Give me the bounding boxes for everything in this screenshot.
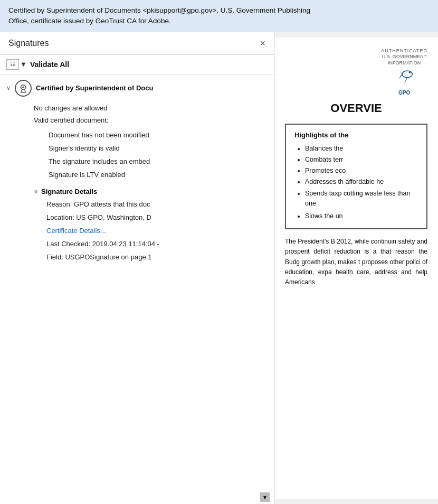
toolbar-row: ☷ ▼ Validate All xyxy=(0,55,274,74)
gpo-logo-area: AUTHENTICATED U.S. GOVERNMENT INFORMATIO… xyxy=(285,48,427,96)
validate-all-label: Validate All xyxy=(30,60,69,69)
highlight-item-4: Addresses th affordable he xyxy=(305,177,418,187)
dropdown-arrow-icon: ▼ xyxy=(20,60,27,68)
signatures-panel: Signatures × ☷ ▼ Validate All ∨ xyxy=(0,32,274,505)
details-chevron-icon: ∨ xyxy=(34,188,38,195)
banner-text-2: Office, certificate issued by GeoTrust C… xyxy=(8,17,171,25)
toolbar-icon-button[interactable]: ☷ ▼ xyxy=(6,59,27,70)
svg-point-5 xyxy=(402,71,412,78)
main-area: Signatures × ☷ ▼ Validate All ∨ xyxy=(0,32,438,505)
detail-last-checked: Last Checked: 2019.04.23 11:14:04 - xyxy=(46,237,268,250)
doc-page: AUTHENTICATED U.S. GOVERNMENT INFORMATIO… xyxy=(274,38,438,499)
svg-point-1 xyxy=(22,86,24,88)
highlights-list: Balances the Combats terr Promotes eco A… xyxy=(294,143,418,222)
panel-title: Signatures xyxy=(8,39,49,48)
detail-reason: Reason: GPO attests that this doc xyxy=(46,198,268,211)
subline-1: Document has not been modified xyxy=(49,128,268,142)
subline-2: Signer's identity is valid xyxy=(49,142,268,155)
highlights-title: Highlights of the xyxy=(294,131,418,139)
scroll-down-arrow[interactable]: ▼ xyxy=(260,492,270,502)
gpo-text-us: U.S. GOVERNMENT xyxy=(381,54,427,60)
detail-location: Location: US GPO, Washington, D xyxy=(46,211,268,224)
gpo-text-gpo: GPO xyxy=(381,89,427,96)
highlight-item-6: Slows the un xyxy=(305,211,418,222)
scroll-area: ▼ xyxy=(0,490,274,504)
gpo-text-authenticated: AUTHENTICATED xyxy=(381,48,427,54)
list-icon: ☷ xyxy=(6,59,19,70)
highlights-box: Highlights of the Balances the Combats t… xyxy=(285,124,427,229)
panel-header: Signatures × xyxy=(0,32,274,55)
close-button[interactable]: × xyxy=(260,39,265,48)
sig-title: Certified by Superintendent of Docu xyxy=(36,84,153,92)
sig-item-header[interactable]: ∨ Certified by Superintendent of Docu xyxy=(6,74,268,102)
highlight-item-5: Spends taxp cutting waste less than one xyxy=(305,189,418,209)
gpo-logo: AUTHENTICATED U.S. GOVERNMENT INFORMATIO… xyxy=(381,48,427,96)
highlight-item-2: Combats terr xyxy=(305,154,418,165)
svg-point-6 xyxy=(409,71,411,73)
sig-details-section: ∨ Signature Details Reason: GPO attests … xyxy=(6,185,268,264)
doc-panel: AUTHENTICATED U.S. GOVERNMENT INFORMATIO… xyxy=(274,32,438,505)
sig-details: No changes are allowed Valid certified d… xyxy=(6,102,268,181)
top-banner: Certified by Superintendent of Documents… xyxy=(0,0,438,32)
sig-line-1: No changes are allowed xyxy=(34,102,268,114)
doc-body-text: The President's B 2012, while continuin … xyxy=(285,237,427,287)
details-content: Reason: GPO attests that this doc Locati… xyxy=(34,198,268,264)
gpo-bird-icon xyxy=(394,67,415,88)
detail-certificate[interactable]: Certificate Details... xyxy=(46,224,268,237)
gpo-text-info: INFORMATION xyxy=(381,60,427,67)
chevron-icon: ∨ xyxy=(6,85,11,91)
sig-subsection: Document has not been modified Signer's … xyxy=(34,128,268,181)
signature-item: ∨ Certified by Superintendent of Docu No… xyxy=(0,74,274,264)
doc-title: OVERVIE xyxy=(285,101,427,115)
banner-text: Certified by Superintendent of Documents… xyxy=(8,6,310,14)
detail-field: Field: USGPOSignature on page 1 xyxy=(46,250,268,264)
certificate-icon xyxy=(15,80,32,97)
sig-line-2: Valid certified document: xyxy=(34,114,268,126)
highlight-item-3: Promotes eco xyxy=(305,165,418,176)
subline-3: The signature includes an embed xyxy=(49,155,268,168)
highlight-item-1: Balances the xyxy=(305,143,418,154)
sig-details-header[interactable]: ∨ Signature Details xyxy=(34,185,268,198)
subline-4: Signature is LTV enabled xyxy=(49,168,268,181)
details-label: Signature Details xyxy=(41,188,97,195)
